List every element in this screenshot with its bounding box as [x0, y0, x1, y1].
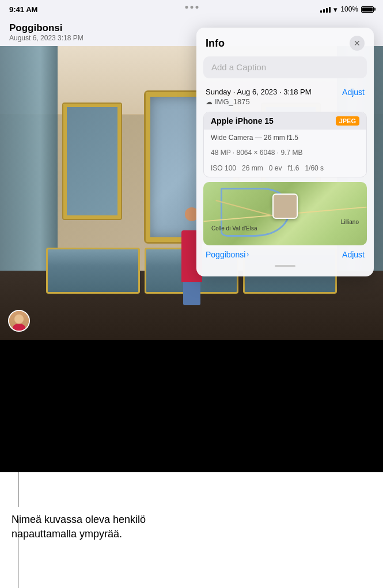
close-icon: ✕ [354, 39, 361, 47]
map-label-colle: Colle di Val d'Elsa [211, 225, 257, 232]
location-link[interactable]: Poggibonsi › [206, 250, 249, 259]
person-avatar[interactable] [8, 310, 30, 332]
photo-title-sub: August 6, 2023 3:18 PM [9, 34, 84, 42]
annotation-line-2: napauttamalla ympyrää. [12, 528, 122, 540]
map-label-lilliano: Lilliano [341, 219, 359, 225]
specs-row: 48 MP · 8064 × 6048 · 9.7 MB [204, 146, 366, 161]
battery-percentage: 100% [340, 5, 358, 13]
caption-placeholder: Add a Caption [211, 62, 266, 72]
annotation-line-1: Nimeä kuvassa oleva henkilö [12, 514, 146, 525]
battery-icon [361, 6, 374, 13]
spec-shutter: 1/60 s [305, 164, 324, 172]
adjust-date-link[interactable]: Adjust [342, 88, 365, 97]
signal-bars-icon [320, 6, 331, 13]
spec-mp: 48 MP · 8064 × 6048 · 9.7 MB [211, 149, 303, 157]
photo-title-text: Poggibonsi August 6, 2023 3:18 PM [9, 22, 84, 42]
map-bg: Colle di Val d'Elsa Lilliano [203, 182, 367, 245]
file-name: IMG_1875 [215, 97, 250, 106]
annotation-line [18, 472, 19, 507]
date-row: Sunday · Aug 6, 2023 · 3:18 PM ☁ IMG_187… [196, 84, 374, 109]
device-header: Apple iPhone 15 JPEG [204, 112, 366, 130]
file-row: ☁ IMG_1875 [206, 97, 312, 106]
status-right: ▾ 100% [320, 5, 374, 14]
cloud-icon: ☁ [206, 98, 213, 106]
spec-ev: 0 ev [269, 164, 282, 172]
drag-handle [275, 265, 295, 267]
spec-mm: 26 mm [242, 164, 263, 172]
camera-info: Wide Camera — 26 mm f1.5 [204, 130, 366, 146]
status-bar: 9:41 AM ▾ 100% [0, 0, 383, 18]
caption-field[interactable]: Add a Caption [203, 56, 367, 78]
frame-left [63, 104, 121, 219]
bench-1 [46, 248, 140, 294]
status-time: 9:41 AM [9, 5, 37, 14]
info-panel-title: Info [206, 37, 225, 50]
specs-row-2: ISO 100 26 mm 0 ev f1.6 1/60 s [204, 161, 366, 177]
location-row: Poggibonsi › Adjust [196, 245, 374, 259]
chevron-right-icon: › [247, 251, 249, 259]
wifi-icon: ▾ [333, 5, 338, 14]
map-container[interactable]: Colle di Val d'Elsa Lilliano [203, 182, 367, 245]
device-name: Apple iPhone 15 [211, 116, 274, 126]
map-photo-thumb [272, 194, 298, 219]
file-format-badge: JPEG [336, 116, 359, 126]
photo-title-main: Poggibonsi [9, 22, 84, 34]
spec-iso: ISO 100 [211, 164, 236, 172]
location-name: Poggibonsi [206, 250, 245, 259]
date-text: Sunday · Aug 6, 2023 · 3:18 PM [206, 88, 312, 96]
info-panel: Info ✕ Add a Caption Sunday · Aug 6, 202… [196, 28, 374, 276]
three-dots [185, 6, 198, 9]
spec-fstop: f1.6 [287, 164, 299, 172]
annotation-text: Nimeä kuvassa oleva henkilö napauttamall… [12, 513, 371, 541]
device-card: Apple iPhone 15 JPEG Wide Camera — 26 mm… [203, 112, 367, 177]
info-close-button[interactable]: ✕ [350, 36, 365, 51]
info-panel-header: Info ✕ [196, 28, 374, 56]
adjust-location-link[interactable]: Adjust [342, 250, 365, 259]
date-info: Sunday · Aug 6, 2023 · 3:18 PM ☁ IMG_187… [206, 88, 312, 106]
